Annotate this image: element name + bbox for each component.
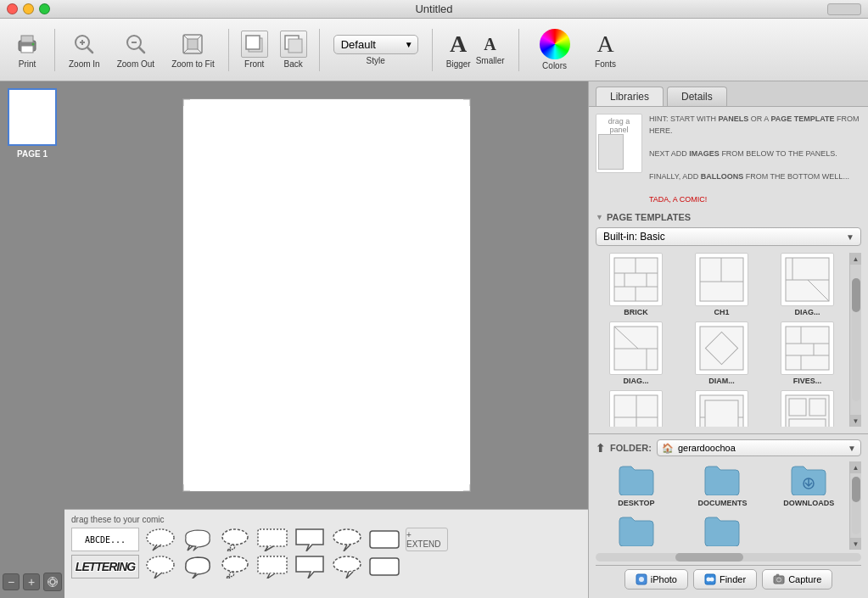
window-controls (7, 3, 50, 14)
page-plus-button[interactable]: + (23, 573, 40, 590)
front-button[interactable]: Front (236, 27, 273, 72)
zoom-out-button[interactable]: Zoom Out (110, 27, 161, 72)
iphoto-button[interactable]: iPhoto (624, 569, 688, 590)
close-button[interactable] (7, 3, 18, 14)
speech-notail-balloon[interactable] (368, 528, 400, 551)
thought-balloon[interactable] (219, 528, 251, 551)
template-ch1[interactable]: CH1 (681, 253, 762, 316)
smaller-button[interactable]: A Smaller (476, 35, 505, 65)
speech-wide-small-balloon[interactable] (331, 555, 363, 578)
svg-point-36 (230, 573, 234, 577)
speech-sharp-balloon[interactable] (294, 528, 326, 551)
title-bar: Untitled (0, 0, 868, 19)
speech-round-balloon[interactable] (144, 528, 176, 551)
folder-scroll-down[interactable]: ▼ (850, 538, 862, 550)
svg-rect-94 (776, 574, 779, 576)
front-label: Front (244, 59, 264, 69)
speech-cloud-small-balloon[interactable] (182, 555, 214, 578)
template-four-thumb (609, 390, 663, 427)
folder-documents[interactable]: DOCUMENTS (682, 461, 764, 507)
svg-rect-20 (288, 39, 302, 53)
svg-rect-59 (700, 327, 743, 370)
svg-point-37 (227, 577, 230, 579)
template-brick[interactable]: BRICK (596, 253, 676, 316)
template-filter-select[interactable]: Built-in: Basic Built-in: Action Custom (596, 227, 861, 246)
style-dropdown[interactable]: Default ▼ Style (327, 31, 425, 69)
svg-point-28 (222, 529, 248, 545)
folder-hscroll-thumb[interactable] (675, 553, 743, 562)
folder-select[interactable]: gerardoochoa (657, 439, 861, 456)
balloons-strip: drag these to your comic ABCDE... (64, 509, 588, 598)
zoom-fit-button[interactable]: Zoom to Fit (165, 27, 221, 72)
speech-cloud-balloon[interactable] (182, 528, 214, 551)
folder-extra1-icon (616, 512, 657, 548)
speech-rect-small-balloon[interactable] (256, 555, 288, 578)
page-minus-button[interactable]: − (3, 573, 20, 590)
extend-button[interactable]: + EXTEND (406, 528, 448, 551)
pages-panel: PAGE 1 − + (0, 81, 64, 598)
svg-point-35 (222, 556, 248, 572)
speech-sharp-small-balloon[interactable] (294, 555, 326, 578)
folder-downloads[interactable]: DOWNLOADS (768, 461, 849, 507)
drag-hint-text: HINT: START WITH PANELS OR A PAGE TEMPLA… (649, 114, 861, 205)
drag-panel-thumb[interactable]: drag a panel (596, 114, 642, 173)
fonts-label: Fonts (595, 59, 616, 69)
template-diag1[interactable]: DIAG... (767, 253, 848, 316)
template-fives-thumb (781, 321, 834, 375)
template-irre[interactable]: IRRE... (767, 390, 848, 427)
bigger-icon: A (450, 31, 467, 58)
template-diag2[interactable]: DIAG... (596, 321, 676, 385)
minimize-button[interactable] (23, 3, 34, 14)
style-label: Style (367, 56, 385, 65)
templates-grid: BRICK CH1 (596, 253, 849, 427)
svg-point-27 (147, 529, 174, 546)
toolbar-sep4 (432, 29, 433, 71)
lettering-display[interactable]: LETTERING (71, 555, 139, 578)
template-inte[interactable]: INTE... (681, 390, 762, 427)
template-fives[interactable]: FIVES... (767, 321, 848, 385)
capture-button[interactable]: Capture (762, 569, 832, 590)
toolbar: Print Zoom In Zoom Out (0, 19, 868, 81)
back-button[interactable]: Back (275, 27, 312, 72)
svg-rect-38 (258, 556, 287, 573)
scroll-down-button[interactable]: ▼ (850, 415, 862, 427)
window-zoom-btn[interactable] (827, 3, 861, 15)
folder-desktop[interactable]: DESKTOP (596, 461, 677, 507)
speech-rect-balloon[interactable] (256, 528, 288, 551)
panel-preview (598, 134, 624, 170)
folder-extra1[interactable] (596, 512, 677, 550)
main-area: PAGE 1 − + (0, 81, 868, 598)
svg-point-91 (709, 578, 714, 582)
smaller-icon: A (484, 35, 496, 54)
folder-scroll-track (852, 477, 860, 534)
thought-small-balloon[interactable] (219, 555, 251, 578)
maximize-button[interactable] (39, 3, 50, 14)
smaller-label: Smaller (476, 56, 505, 65)
page-settings-button[interactable] (43, 573, 62, 591)
zoom-in-button[interactable]: Zoom In (62, 27, 107, 72)
page-1-thumb[interactable] (8, 88, 57, 146)
folder-scroll-up[interactable]: ▲ (850, 461, 862, 473)
right-panel: Libraries Details drag a panel HINT: STA… (588, 81, 868, 598)
tab-details[interactable]: Details (667, 87, 727, 106)
bigger-button[interactable]: A Bigger (446, 31, 471, 69)
speech-wide-balloon[interactable] (331, 528, 363, 551)
lettering-input[interactable]: ABCDE... (71, 528, 139, 551)
fonts-button[interactable]: A Fonts (587, 27, 624, 72)
scroll-thumb[interactable] (852, 278, 860, 312)
folder-extra2[interactable] (682, 512, 764, 550)
template-diam[interactable]: DIAM... (681, 321, 762, 385)
tab-libraries[interactable]: Libraries (596, 87, 664, 106)
scroll-up-button[interactable]: ▲ (850, 253, 862, 265)
folder-scroll-thumb[interactable] (852, 477, 860, 502)
colors-button[interactable]: Colors (533, 25, 577, 74)
speech-round-small-balloon[interactable] (144, 555, 176, 578)
speech-rect2-balloon[interactable] (368, 555, 400, 578)
iphoto-label: iPhoto (651, 574, 677, 584)
svg-point-22 (48, 578, 58, 587)
folder-section: ⬆ FOLDER: 🏠 gerardoochoa ▼ (589, 433, 868, 598)
canvas-scroll[interactable] (64, 81, 588, 509)
print-button[interactable]: Print (7, 27, 48, 72)
template-four[interactable]: FOUR... (596, 390, 676, 427)
finder-button[interactable]: Finder (693, 569, 757, 590)
